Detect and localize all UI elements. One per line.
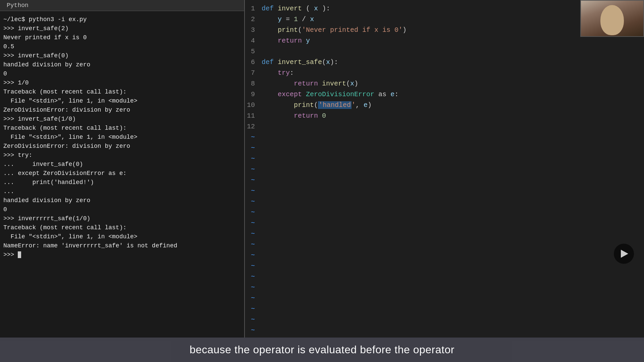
person-silhouette	[600, 5, 624, 35]
tilde-line: ~	[245, 164, 644, 175]
terminal-line: 0	[3, 69, 241, 78]
webcam-face	[581, 1, 643, 36]
terminal-line: File "<stdin>", line 1, in <module>	[3, 97, 241, 106]
tilde-line: ~	[245, 336, 644, 338]
terminal-line: 0.5	[3, 42, 241, 51]
code-line-11: 11 return 0	[245, 111, 644, 121]
terminal-line: handled division by zero	[3, 60, 241, 69]
code-line-6: 6 def invert_safe(x):	[245, 57, 644, 68]
play-icon	[621, 250, 628, 258]
terminal-line: Never printed if x is 0	[3, 33, 241, 42]
code-line-4: 4 return y	[245, 36, 644, 46]
tilde-line: ~	[245, 250, 644, 261]
tilde-line: ~	[245, 239, 644, 250]
editor-panel: 1 def invert ( x ): 2 y = 1 /	[245, 0, 644, 338]
terminal-line: ~/lec$ python3 -i ex.py	[3, 15, 241, 24]
code-line-12: 12	[245, 121, 644, 132]
terminal-panel: Python ~/lec$ python3 -i ex.py >>> inver…	[0, 0, 245, 338]
webcam-overlay	[580, 0, 644, 37]
tilde-line: ~	[245, 154, 644, 164]
tilde-line: ~	[245, 272, 644, 282]
terminal-tab-label: Python	[7, 2, 29, 9]
terminal-line: >>> inverrrrrt_safe(1/0)	[3, 214, 241, 223]
terminal-line: Traceback (most recent call last):	[3, 124, 241, 133]
terminal-line: >>> invert_safe(2)	[3, 24, 241, 33]
play-button[interactable]	[614, 244, 634, 264]
editor-content[interactable]: 1 def invert ( x ): 2 y = 1 /	[245, 0, 644, 338]
terminal-line: >>> try:	[3, 151, 241, 160]
terminal-line: 0	[3, 205, 241, 214]
terminal-line: handled division by zero	[3, 196, 241, 205]
subtitle-text: because the operator is evaluated before…	[190, 344, 454, 356]
terminal-line: ... except ZeroDivisionError as e:	[3, 169, 241, 178]
tilde-line: ~	[245, 282, 644, 293]
tilde-line: ~	[245, 314, 644, 325]
terminal-line: Traceback (most recent call last):	[3, 87, 241, 97]
code-line-8: 8 return invert(x)	[245, 78, 644, 89]
tilde-line: ~	[245, 293, 644, 304]
terminal-line: File "<stdin>", line 1, in <module>	[3, 133, 241, 142]
tilde-line: ~	[245, 325, 644, 336]
tilde-line: ~	[245, 218, 644, 229]
tilde-line: ~	[245, 186, 644, 196]
terminal-line: ... invert_safe(0)	[3, 160, 241, 169]
terminal-line: Traceback (most recent call last):	[3, 223, 241, 232]
subtitle-bar: because the operator is evaluated before…	[0, 338, 644, 362]
terminal-line: File "<stdin>", line 1, in <module>	[3, 232, 241, 241]
terminal-content[interactable]: ~/lec$ python3 -i ex.py >>> invert_safe(…	[0, 11, 244, 338]
tilde-line: ~	[245, 196, 644, 207]
terminal-line: >>>	[3, 250, 241, 259]
tilde-line: ~	[245, 175, 644, 186]
code-line-7: 7 try:	[245, 68, 644, 78]
main-area: Python ~/lec$ python3 -i ex.py >>> inver…	[0, 0, 644, 338]
tilde-line: ~	[245, 304, 644, 314]
terminal-line: NameError: name 'inverrrrrt_safe' is not…	[3, 241, 241, 250]
terminal-line: >>> invert_safe(0)	[3, 51, 241, 60]
terminal-line: ZeroDivisionError: division by zero	[3, 142, 241, 151]
tilde-line: ~	[245, 132, 644, 143]
code-line-9: 9 except ZeroDivisionError as e:	[245, 89, 644, 100]
tilde-line: ~	[245, 143, 644, 154]
terminal-line: ... print('handled!')	[3, 178, 241, 187]
terminal-line: >>> 1/0	[3, 78, 241, 87]
terminal-line: >>> invert_safe(1/0)	[3, 115, 241, 124]
terminal-line: ZeroDivisionError: division by zero	[3, 106, 241, 115]
tilde-line: ~	[245, 207, 644, 218]
terminal-line: ...	[3, 187, 241, 196]
tilde-line: ~	[245, 229, 644, 239]
tilde-line: ~	[245, 261, 644, 272]
code-line-5: 5	[245, 46, 644, 57]
code-line-10: 10 print('handled', e)	[245, 100, 644, 111]
terminal-tab[interactable]: Python	[0, 0, 244, 11]
